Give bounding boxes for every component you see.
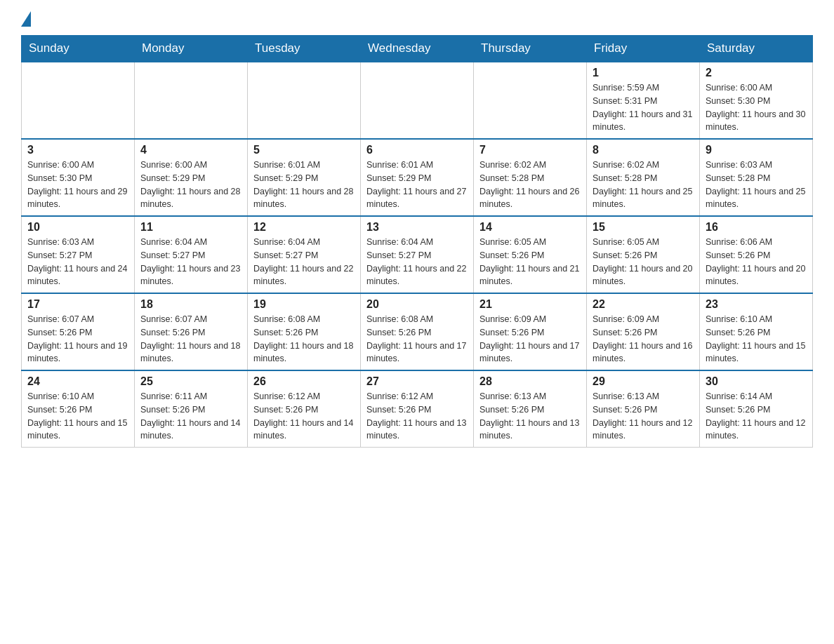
day-info: Sunrise: 6:14 AMSunset: 5:26 PMDaylight:… [706, 390, 807, 443]
day-number: 8 [593, 144, 694, 156]
day-info: Sunrise: 6:10 AMSunset: 5:26 PMDaylight:… [706, 313, 807, 365]
day-number: 29 [593, 375, 694, 388]
day-info: Sunrise: 6:03 AMSunset: 5:27 PMDaylight:… [27, 236, 128, 288]
day-info: Sunrise: 6:09 AMSunset: 5:26 PMDaylight:… [593, 313, 694, 365]
day-info: Sunrise: 6:00 AMSunset: 5:30 PMDaylight:… [706, 81, 807, 134]
calendar-week-row: 3Sunrise: 6:00 AMSunset: 5:30 PMDaylight… [22, 139, 813, 216]
day-info: Sunrise: 6:12 AMSunset: 5:26 PMDaylight:… [366, 390, 468, 443]
calendar-cell: 22Sunrise: 6:09 AMSunset: 5:26 PMDayligh… [587, 293, 700, 370]
day-info: Sunrise: 6:06 AMSunset: 5:26 PMDaylight:… [706, 236, 807, 288]
day-number: 14 [479, 221, 581, 234]
calendar-cell: 23Sunrise: 6:10 AMSunset: 5:26 PMDayligh… [700, 293, 813, 370]
calendar-cell: 16Sunrise: 6:06 AMSunset: 5:26 PMDayligh… [700, 216, 813, 293]
calendar-week-row: 17Sunrise: 6:07 AMSunset: 5:26 PMDayligh… [22, 293, 813, 370]
day-info: Sunrise: 6:07 AMSunset: 5:26 PMDaylight:… [27, 313, 128, 365]
calendar-cell: 24Sunrise: 6:10 AMSunset: 5:26 PMDayligh… [22, 370, 135, 448]
page-header [21, 14, 813, 22]
col-wednesday: Wednesday [361, 36, 474, 62]
calendar-cell: 1Sunrise: 5:59 AMSunset: 5:31 PMDaylight… [587, 62, 700, 139]
calendar-cell: 26Sunrise: 6:12 AMSunset: 5:26 PMDayligh… [248, 370, 361, 448]
calendar-cell: 30Sunrise: 6:14 AMSunset: 5:26 PMDayligh… [700, 370, 813, 448]
day-number: 20 [366, 298, 468, 311]
day-info: Sunrise: 6:04 AMSunset: 5:27 PMDaylight:… [140, 236, 241, 288]
day-info: Sunrise: 6:13 AMSunset: 5:26 PMDaylight:… [479, 390, 581, 443]
day-info: Sunrise: 6:05 AMSunset: 5:26 PMDaylight:… [593, 236, 694, 288]
calendar-cell: 27Sunrise: 6:12 AMSunset: 5:26 PMDayligh… [361, 370, 474, 448]
day-info: Sunrise: 6:08 AMSunset: 5:26 PMDaylight:… [253, 313, 355, 365]
day-number: 2 [706, 67, 807, 79]
calendar-cell: 13Sunrise: 6:04 AMSunset: 5:27 PMDayligh… [361, 216, 474, 293]
calendar-cell [135, 62, 248, 139]
day-number: 27 [366, 375, 468, 388]
day-number: 23 [706, 298, 807, 311]
calendar-cell: 2Sunrise: 6:00 AMSunset: 5:30 PMDaylight… [700, 62, 813, 139]
calendar-cell: 20Sunrise: 6:08 AMSunset: 5:26 PMDayligh… [361, 293, 474, 370]
day-info: Sunrise: 6:02 AMSunset: 5:28 PMDaylight:… [479, 159, 581, 211]
day-info: Sunrise: 6:00 AMSunset: 5:30 PMDaylight:… [27, 159, 128, 211]
day-info: Sunrise: 6:03 AMSunset: 5:28 PMDaylight:… [706, 159, 807, 211]
day-number: 16 [706, 221, 807, 234]
day-number: 15 [593, 221, 694, 234]
day-number: 13 [366, 221, 468, 234]
calendar-week-row: 1Sunrise: 5:59 AMSunset: 5:31 PMDaylight… [22, 62, 813, 139]
calendar-cell: 8Sunrise: 6:02 AMSunset: 5:28 PMDaylight… [587, 139, 700, 216]
day-info: Sunrise: 6:02 AMSunset: 5:28 PMDaylight:… [593, 159, 694, 211]
day-number: 22 [593, 298, 694, 311]
calendar-cell: 29Sunrise: 6:13 AMSunset: 5:26 PMDayligh… [587, 370, 700, 448]
day-info: Sunrise: 6:01 AMSunset: 5:29 PMDaylight:… [253, 159, 355, 211]
day-info: Sunrise: 6:09 AMSunset: 5:26 PMDaylight:… [479, 313, 581, 365]
calendar-table: Sunday Monday Tuesday Wednesday Thursday… [21, 35, 813, 448]
logo-triangle-icon [21, 11, 31, 27]
calendar-cell: 19Sunrise: 6:08 AMSunset: 5:26 PMDayligh… [248, 293, 361, 370]
day-number: 18 [140, 298, 241, 311]
col-monday: Monday [135, 36, 248, 62]
col-sunday: Sunday [22, 36, 135, 62]
day-number: 7 [479, 144, 581, 156]
day-info: Sunrise: 6:05 AMSunset: 5:26 PMDaylight:… [479, 236, 581, 288]
calendar-cell: 7Sunrise: 6:02 AMSunset: 5:28 PMDaylight… [474, 139, 587, 216]
day-number: 19 [253, 298, 355, 311]
calendar-cell: 10Sunrise: 6:03 AMSunset: 5:27 PMDayligh… [22, 216, 135, 293]
day-info: Sunrise: 6:00 AMSunset: 5:29 PMDaylight:… [140, 159, 241, 211]
calendar-cell [248, 62, 361, 139]
day-number: 24 [27, 375, 128, 388]
day-number: 3 [27, 144, 128, 156]
day-info: Sunrise: 6:10 AMSunset: 5:26 PMDaylight:… [27, 390, 128, 443]
calendar-cell: 12Sunrise: 6:04 AMSunset: 5:27 PMDayligh… [248, 216, 361, 293]
calendar-cell: 6Sunrise: 6:01 AMSunset: 5:29 PMDaylight… [361, 139, 474, 216]
calendar-header-row: Sunday Monday Tuesday Wednesday Thursday… [22, 36, 813, 62]
day-number: 5 [253, 144, 355, 156]
day-info: Sunrise: 6:12 AMSunset: 5:26 PMDaylight:… [253, 390, 355, 443]
calendar-cell [361, 62, 474, 139]
calendar-cell [22, 62, 135, 139]
day-number: 12 [253, 221, 355, 234]
calendar-cell: 5Sunrise: 6:01 AMSunset: 5:29 PMDaylight… [248, 139, 361, 216]
calendar-cell: 11Sunrise: 6:04 AMSunset: 5:27 PMDayligh… [135, 216, 248, 293]
day-number: 9 [706, 144, 807, 156]
calendar-week-row: 24Sunrise: 6:10 AMSunset: 5:26 PMDayligh… [22, 370, 813, 448]
day-number: 11 [140, 221, 241, 234]
calendar-cell: 15Sunrise: 6:05 AMSunset: 5:26 PMDayligh… [587, 216, 700, 293]
col-saturday: Saturday [700, 36, 813, 62]
day-number: 17 [27, 298, 128, 311]
day-info: Sunrise: 6:08 AMSunset: 5:26 PMDaylight:… [366, 313, 468, 365]
col-tuesday: Tuesday [248, 36, 361, 62]
day-number: 4 [140, 144, 241, 156]
day-number: 10 [27, 221, 128, 234]
day-number: 1 [593, 67, 694, 79]
col-friday: Friday [587, 36, 700, 62]
calendar-week-row: 10Sunrise: 6:03 AMSunset: 5:27 PMDayligh… [22, 216, 813, 293]
calendar-cell: 21Sunrise: 6:09 AMSunset: 5:26 PMDayligh… [474, 293, 587, 370]
day-info: Sunrise: 6:11 AMSunset: 5:26 PMDaylight:… [140, 390, 241, 443]
calendar-cell: 28Sunrise: 6:13 AMSunset: 5:26 PMDayligh… [474, 370, 587, 448]
day-info: Sunrise: 6:01 AMSunset: 5:29 PMDaylight:… [366, 159, 468, 211]
calendar-cell: 3Sunrise: 6:00 AMSunset: 5:30 PMDaylight… [22, 139, 135, 216]
day-number: 30 [706, 375, 807, 388]
day-number: 21 [479, 298, 581, 311]
day-info: Sunrise: 6:07 AMSunset: 5:26 PMDaylight:… [140, 313, 241, 365]
day-info: Sunrise: 6:04 AMSunset: 5:27 PMDaylight:… [366, 236, 468, 288]
day-info: Sunrise: 6:04 AMSunset: 5:27 PMDaylight:… [253, 236, 355, 288]
day-info: Sunrise: 6:13 AMSunset: 5:26 PMDaylight:… [593, 390, 694, 443]
calendar-cell [474, 62, 587, 139]
calendar-cell: 4Sunrise: 6:00 AMSunset: 5:29 PMDaylight… [135, 139, 248, 216]
